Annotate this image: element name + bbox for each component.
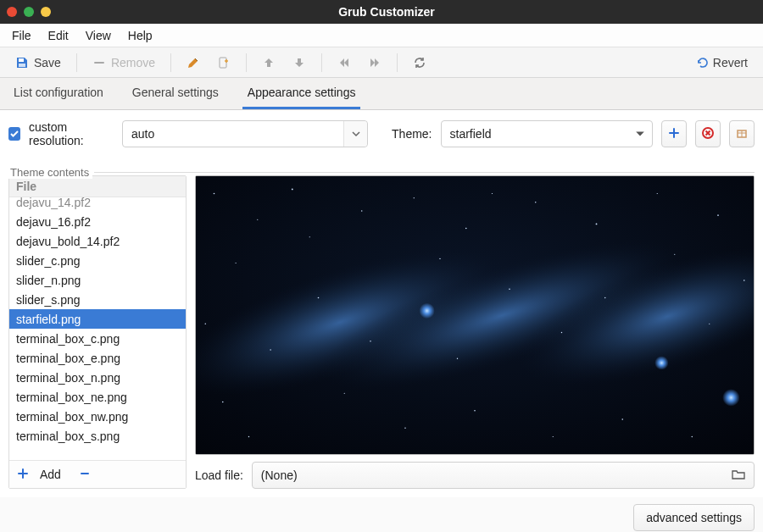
theme-export-button[interactable] <box>729 120 755 147</box>
list-item[interactable]: terminal_box_c.png <box>9 329 186 348</box>
file-list[interactable]: dejavu_14.pf2 dejavu_16.pf2 dejavu_bold_… <box>9 197 186 460</box>
minus-icon[interactable] <box>80 468 90 481</box>
svg-point-42 <box>205 324 206 324</box>
edit-entry-button[interactable] <box>180 53 207 73</box>
svg-point-13 <box>722 389 740 407</box>
titlebar: Grub Customizer <box>0 0 763 24</box>
revert-icon <box>694 56 708 69</box>
list-item[interactable]: dejavu_bold_14.pf2 <box>9 231 186 251</box>
list-item[interactable]: terminal_box_n.png <box>9 368 186 387</box>
plus-icon <box>668 127 680 141</box>
svg-point-40 <box>604 297 605 298</box>
file-list-pane: File dejavu_14.pf2 dejavu_16.pf2 dejavu_… <box>8 175 187 489</box>
menu-file[interactable]: File <box>3 24 40 47</box>
save-label: Save <box>34 56 61 69</box>
svg-point-25 <box>318 297 320 299</box>
svg-point-27 <box>222 402 224 403</box>
custom-resolution-checkbox[interactable] <box>8 127 20 141</box>
resolution-value[interactable]: auto <box>123 127 343 141</box>
save-icon <box>15 56 29 69</box>
revert-button[interactable]: Revert <box>688 53 755 73</box>
svg-point-43 <box>248 436 249 437</box>
svg-point-29 <box>404 428 405 429</box>
svg-point-38 <box>370 341 370 341</box>
theme-add-button[interactable] <box>661 120 687 147</box>
svg-point-20 <box>535 202 536 202</box>
file-list-header[interactable]: File <box>9 176 186 197</box>
load-file-chooser[interactable]: (None) <box>252 462 755 489</box>
svg-point-18 <box>414 197 415 198</box>
theme-label: Theme: <box>392 127 432 141</box>
svg-point-36 <box>509 288 510 290</box>
tab-appearance-settings[interactable]: Appearance settings <box>242 77 361 109</box>
minus-icon <box>92 56 106 69</box>
list-item[interactable]: terminal_box_ne.png <box>9 387 186 407</box>
menu-help[interactable]: Help <box>120 24 161 47</box>
list-item[interactable]: terminal_box_s.png <box>9 426 186 446</box>
menu-edit[interactable]: Edit <box>40 24 77 47</box>
svg-rect-6 <box>81 473 89 474</box>
svg-point-30 <box>474 410 476 412</box>
svg-point-37 <box>561 332 562 333</box>
tabbar: List configuration General settings Appe… <box>0 78 763 110</box>
list-item[interactable]: slider_n.png <box>9 270 186 290</box>
menu-view[interactable]: View <box>77 24 120 47</box>
theme-combo[interactable]: starfield <box>441 120 653 147</box>
svg-point-28 <box>344 393 345 394</box>
preview-pane: Load file: (None) <box>195 175 755 489</box>
theme-remove-button[interactable] <box>695 120 721 147</box>
list-item[interactable]: slider_c.png <box>9 251 186 270</box>
tab-list-configuration[interactable]: List configuration <box>8 77 109 109</box>
advanced-settings-button[interactable]: advanced settings <box>633 504 755 531</box>
move-right-button[interactable] <box>361 53 388 73</box>
file-chooser-value: (None) <box>261 468 298 482</box>
svg-point-23 <box>717 214 719 216</box>
refresh-icon <box>413 56 426 69</box>
window-close-icon[interactable] <box>7 7 17 17</box>
list-item[interactable]: dejavu_14.pf2 <box>9 197 186 212</box>
toolbar-separator <box>397 53 398 72</box>
svg-point-22 <box>657 193 658 194</box>
move-left-button[interactable] <box>331 53 358 73</box>
add-file-button[interactable]: Add <box>40 468 61 481</box>
list-item[interactable]: terminal_box_e.png <box>9 348 186 368</box>
svg-point-46 <box>439 258 440 259</box>
window-title: Grub Customizer <box>17 5 756 19</box>
move-up-button[interactable] <box>255 53 282 73</box>
list-item-selected[interactable]: starfield.png <box>9 309 186 329</box>
pencil-icon <box>187 56 200 69</box>
new-entry-button[interactable] <box>210 53 237 73</box>
remove-button[interactable]: Remove <box>86 53 162 73</box>
list-item[interactable]: dejavu_16.pf2 <box>9 212 186 231</box>
group-line <box>94 172 755 173</box>
reload-button[interactable] <box>406 53 433 73</box>
chevron-down-icon[interactable] <box>343 121 367 147</box>
plus-icon <box>18 468 28 481</box>
folder-open-icon <box>732 468 745 484</box>
appearance-panel: custom resolution: auto Theme: starfield <box>0 110 763 497</box>
toolbar-separator <box>76 53 77 72</box>
toolbar: Save Remove <box>0 47 763 78</box>
svg-point-15 <box>257 219 258 220</box>
svg-point-31 <box>553 436 554 437</box>
svg-point-12 <box>654 356 668 369</box>
resolution-combo[interactable]: auto <box>122 120 368 147</box>
svg-rect-2 <box>94 62 104 64</box>
custom-resolution-label: custom resolution: <box>29 120 114 147</box>
double-arrow-left-icon <box>337 56 351 69</box>
svg-point-45 <box>492 193 493 194</box>
svg-point-39 <box>457 358 458 359</box>
svg-point-11 <box>419 303 434 319</box>
tab-general-settings[interactable]: General settings <box>127 77 224 109</box>
toolbar-separator <box>321 53 322 72</box>
chevron-down-icon[interactable] <box>628 121 652 147</box>
load-file-label: Load file: <box>195 468 243 482</box>
arrow-down-icon <box>292 56 306 69</box>
svg-point-24 <box>236 263 237 263</box>
theme-contents-group: Theme contents File dejavu_14.pf2 dejavu… <box>8 159 755 489</box>
move-down-button[interactable] <box>286 53 313 73</box>
toolbar-separator <box>246 53 247 72</box>
list-item[interactable]: slider_s.png <box>9 290 186 309</box>
save-button[interactable]: Save <box>8 53 68 73</box>
list-item[interactable]: terminal_box_nw.png <box>9 407 186 426</box>
